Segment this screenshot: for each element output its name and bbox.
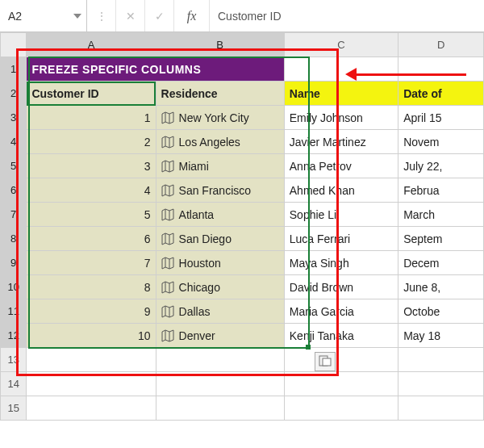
cell-id-10[interactable]: 8 bbox=[27, 275, 156, 299]
cell-name-5[interactable]: Anna Petrov bbox=[284, 154, 398, 178]
header-date[interactable]: Date of bbox=[398, 82, 484, 106]
cell-name-3[interactable]: Emily Johnson bbox=[284, 106, 398, 130]
cell-residence-6[interactable]: San Francisco bbox=[156, 178, 284, 203]
row-header-13[interactable]: 13 bbox=[1, 348, 27, 372]
cell-id-11[interactable]: 9 bbox=[27, 299, 156, 324]
row-header-2[interactable]: 2 bbox=[1, 82, 27, 106]
cell-id-6[interactable]: 4 bbox=[27, 178, 156, 203]
row-header-15[interactable]: 15 bbox=[1, 396, 27, 421]
map-icon bbox=[161, 208, 174, 221]
city-value: Denver bbox=[179, 329, 215, 342]
map-icon bbox=[161, 305, 174, 318]
cell-name-6[interactable]: Ahmed Khan bbox=[284, 178, 398, 203]
cell-residence-7[interactable]: Atlanta bbox=[156, 203, 284, 227]
cell-id-9[interactable]: 7 bbox=[27, 251, 156, 275]
cell-C15[interactable] bbox=[284, 396, 398, 421]
cell-name-9[interactable]: Maya Singh bbox=[284, 251, 398, 275]
header-D: Date of bbox=[403, 87, 441, 100]
cell-id-8[interactable]: 6 bbox=[27, 227, 156, 251]
row-header-10[interactable]: 10 bbox=[1, 275, 27, 299]
cell-id-5[interactable]: 3 bbox=[27, 154, 156, 178]
title-cell[interactable]: FREEZE SPECIFIC COLUMNS bbox=[27, 57, 284, 82]
id-value: 3 bbox=[144, 160, 151, 173]
cell-name-8[interactable]: Luca Ferrari bbox=[284, 227, 398, 251]
cell-residence-8[interactable]: San Diego bbox=[156, 227, 284, 251]
col-header-D[interactable]: D bbox=[398, 33, 484, 57]
select-all-corner[interactable] bbox=[1, 33, 27, 57]
cell-A15[interactable] bbox=[27, 396, 156, 421]
cell-date-4[interactable]: Novem bbox=[398, 130, 484, 154]
col-header-A[interactable]: A bbox=[27, 33, 156, 57]
cell-name-10[interactable]: David Brown bbox=[284, 275, 398, 299]
cell-B13[interactable] bbox=[156, 348, 284, 372]
row-header-12[interactable]: 12 bbox=[1, 324, 27, 348]
cell-residence-11[interactable]: Dallas bbox=[156, 299, 284, 324]
cell-id-12[interactable]: 10 bbox=[27, 324, 156, 348]
cell-C14[interactable] bbox=[284, 372, 398, 396]
paste-options-button[interactable] bbox=[315, 352, 336, 371]
cell-residence-9[interactable]: Houston bbox=[156, 251, 284, 275]
name-box-value: A2 bbox=[8, 10, 22, 23]
cell-D13[interactable] bbox=[398, 348, 484, 372]
cell-date-9[interactable]: Decem bbox=[398, 251, 484, 275]
col-header-C[interactable]: C bbox=[284, 33, 398, 57]
name-box[interactable]: A2 bbox=[0, 0, 87, 31]
cell-id-3[interactable]: 1 bbox=[27, 106, 156, 130]
expand-button[interactable]: ⋮ bbox=[87, 0, 116, 31]
col-header-B[interactable]: B bbox=[156, 33, 284, 57]
row-header-8[interactable]: 8 bbox=[1, 227, 27, 251]
cell-id-7[interactable]: 5 bbox=[27, 203, 156, 227]
cell-date-11[interactable]: Octobe bbox=[398, 299, 484, 324]
cell-D1[interactable] bbox=[398, 57, 484, 82]
cell-name-11[interactable]: Maria Garcia bbox=[284, 299, 398, 324]
row-header-14[interactable]: 14 bbox=[1, 372, 27, 396]
row-header-7[interactable]: 7 bbox=[1, 203, 27, 227]
cell-name-12[interactable]: Kenji Tanaka bbox=[284, 324, 398, 348]
cell-date-8[interactable]: Septem bbox=[398, 227, 484, 251]
cell-C13[interactable] bbox=[284, 348, 398, 372]
name-value: Maria Garcia bbox=[290, 305, 354, 318]
city-value: New York City bbox=[179, 111, 249, 124]
row-header-1[interactable]: 1 bbox=[1, 57, 27, 82]
name-value: Sophie Li bbox=[290, 208, 336, 221]
header-residence[interactable]: Residence bbox=[156, 82, 284, 106]
cell-date-5[interactable]: July 22, bbox=[398, 154, 484, 178]
cell-date-7[interactable]: March bbox=[398, 203, 484, 227]
cell-date-3[interactable]: April 15 bbox=[398, 106, 484, 130]
insert-function-button[interactable]: fx bbox=[174, 0, 210, 31]
row-header-9[interactable]: 9 bbox=[1, 251, 27, 275]
row-header-5[interactable]: 5 bbox=[1, 154, 27, 178]
row-header-6[interactable]: 6 bbox=[1, 178, 27, 203]
cell-name-7[interactable]: Sophie Li bbox=[284, 203, 398, 227]
cell-residence-12[interactable]: Denver bbox=[156, 324, 284, 348]
cell-D15[interactable] bbox=[398, 396, 484, 421]
row-header-11[interactable]: 11 bbox=[1, 299, 27, 324]
formula-input[interactable]: Customer ID bbox=[210, 0, 484, 31]
city-value: Chicago bbox=[179, 281, 220, 294]
row-header-3[interactable]: 3 bbox=[1, 106, 27, 130]
header-customer-id[interactable]: Customer ID bbox=[27, 82, 156, 106]
date-value: Octobe bbox=[403, 305, 440, 318]
cell-date-12[interactable]: May 18 bbox=[398, 324, 484, 348]
id-value: 4 bbox=[144, 184, 151, 197]
cell-D14[interactable] bbox=[398, 372, 484, 396]
cell-id-4[interactable]: 2 bbox=[27, 130, 156, 154]
spreadsheet-grid[interactable]: A B C D 1FREEZE SPECIFIC COLUMNS2Custome… bbox=[0, 32, 484, 421]
cell-residence-5[interactable]: Miami bbox=[156, 154, 284, 178]
cell-residence-4[interactable]: Los Angeles bbox=[156, 130, 284, 154]
cell-B15[interactable] bbox=[156, 396, 284, 421]
cell-A13[interactable] bbox=[27, 348, 156, 372]
cell-B14[interactable] bbox=[156, 372, 284, 396]
header-name[interactable]: Name bbox=[284, 82, 398, 106]
cell-residence-10[interactable]: Chicago bbox=[156, 275, 284, 299]
cell-C1[interactable] bbox=[284, 57, 398, 82]
row-header-4[interactable]: 4 bbox=[1, 130, 27, 154]
cell-date-10[interactable]: June 8, bbox=[398, 275, 484, 299]
name-box-dropdown-icon[interactable] bbox=[73, 14, 81, 19]
cell-A14[interactable] bbox=[27, 372, 156, 396]
grid-area: A B C D 1FREEZE SPECIFIC COLUMNS2Custome… bbox=[0, 32, 484, 448]
cell-residence-3[interactable]: New York City bbox=[156, 106, 284, 130]
cell-name-4[interactable]: Javier Martinez bbox=[284, 130, 398, 154]
cell-date-6[interactable]: Februa bbox=[398, 178, 484, 203]
name-value: Maya Singh bbox=[290, 257, 349, 270]
